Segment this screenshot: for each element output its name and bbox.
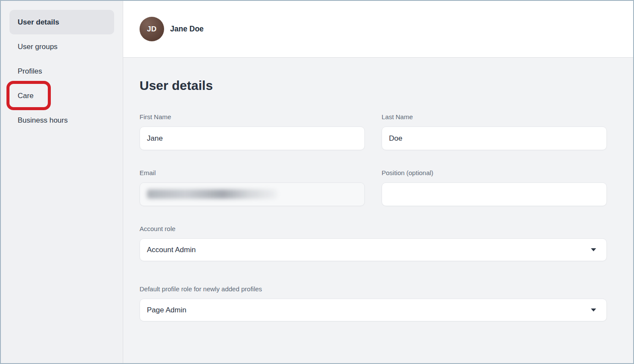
last-name-input[interactable] xyxy=(382,126,607,150)
sidebar-item-user-details[interactable]: User details xyxy=(9,10,114,34)
sidebar-item-profiles[interactable]: Profiles xyxy=(9,59,114,83)
user-name: Jane Doe xyxy=(170,25,204,34)
sidebar-item-business-hours[interactable]: Business hours xyxy=(9,108,114,133)
default-profile-role-value: Page Admin xyxy=(147,306,186,315)
page-title: User details xyxy=(140,78,607,93)
sidebar-item-user-groups[interactable]: User groups xyxy=(9,34,114,59)
sidebar-item-label: Care xyxy=(18,92,34,100)
default-profile-role-group: Default profile role for newly added pro… xyxy=(140,285,607,321)
last-name-label: Last Name xyxy=(382,113,607,121)
first-name-label: First Name xyxy=(140,113,365,121)
user-header: JD Jane Doe xyxy=(123,1,633,58)
chevron-down-icon xyxy=(591,248,596,251)
sidebar-item-label: User details xyxy=(18,18,59,27)
account-role-value: Account Admin xyxy=(147,246,196,254)
last-name-group: Last Name xyxy=(382,113,607,150)
user-details-content: User details First Name Last Name Email xyxy=(123,58,633,363)
account-role-label: Account role xyxy=(140,225,607,233)
first-name-input[interactable] xyxy=(140,126,365,150)
chevron-down-icon xyxy=(591,308,596,312)
email-label: Email xyxy=(140,169,365,177)
position-group: Position (optional) xyxy=(382,169,607,206)
avatar: JD xyxy=(140,17,164,41)
email-input xyxy=(140,182,365,206)
position-label: Position (optional) xyxy=(382,169,607,177)
sidebar-item-label: Business hours xyxy=(18,116,68,125)
account-role-select[interactable]: Account Admin xyxy=(140,238,607,261)
app-window: User details User groups Profiles Care B… xyxy=(0,0,634,364)
account-role-group: Account role Account Admin xyxy=(140,225,607,261)
sidebar-item-label: Profiles xyxy=(18,67,42,76)
first-name-group: First Name xyxy=(140,113,365,150)
position-input[interactable] xyxy=(382,182,607,206)
default-profile-role-select[interactable]: Page Admin xyxy=(140,299,607,321)
sidebar-item-label: User groups xyxy=(18,43,58,51)
email-field-wrapper xyxy=(140,182,365,206)
user-details-form: First Name Last Name Email Position (opt… xyxy=(140,113,607,321)
main-panel: JD Jane Doe User details First Name Last… xyxy=(123,1,633,363)
settings-sidebar: User details User groups Profiles Care B… xyxy=(1,1,123,363)
email-group: Email xyxy=(140,169,365,206)
default-profile-role-label: Default profile role for newly added pro… xyxy=(140,285,607,293)
sidebar-item-care[interactable]: Care xyxy=(9,83,114,108)
